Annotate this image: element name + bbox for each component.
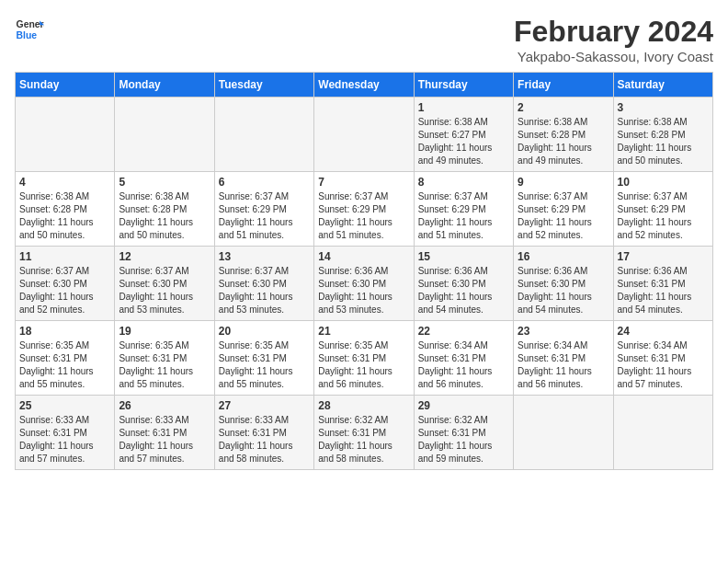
day-number: 20 (219, 325, 310, 338)
day-info: Sunrise: 6:36 AMSunset: 6:30 PMDaylight:… (318, 265, 409, 316)
day-info: Sunrise: 6:34 AMSunset: 6:31 PMDaylight:… (618, 339, 709, 391)
day-info: Sunrise: 6:38 AMSunset: 6:27 PMDaylight:… (418, 116, 509, 167)
day-number: 17 (618, 250, 709, 263)
calendar-cell: 10Sunrise: 6:37 AMSunset: 6:29 PMDayligh… (613, 172, 712, 247)
day-info: Sunrise: 6:33 AMSunset: 6:31 PMDaylight:… (119, 414, 210, 465)
calendar-week-row: 18Sunrise: 6:35 AMSunset: 6:31 PMDayligh… (16, 321, 713, 396)
calendar-cell (314, 98, 414, 172)
calendar-cell: 12Sunrise: 6:37 AMSunset: 6:30 PMDayligh… (115, 247, 214, 321)
calendar-cell: 26Sunrise: 6:33 AMSunset: 6:31 PMDayligh… (115, 396, 214, 470)
day-info: Sunrise: 6:35 AMSunset: 6:31 PMDaylight:… (19, 339, 110, 391)
logo: General Blue (15, 15, 44, 44)
calendar-cell (115, 98, 214, 172)
day-info: Sunrise: 6:37 AMSunset: 6:29 PMDaylight:… (518, 190, 609, 242)
day-number: 9 (518, 176, 609, 189)
weekday-label: Thursday (414, 73, 513, 98)
day-info: Sunrise: 6:36 AMSunset: 6:30 PMDaylight:… (418, 265, 509, 316)
day-info: Sunrise: 6:35 AMSunset: 6:31 PMDaylight:… (119, 339, 210, 391)
day-info: Sunrise: 6:38 AMSunset: 6:28 PMDaylight:… (518, 116, 609, 167)
day-info: Sunrise: 6:37 AMSunset: 6:29 PMDaylight:… (318, 190, 409, 242)
weekday-label: Tuesday (214, 73, 313, 98)
day-info: Sunrise: 6:38 AMSunset: 6:28 PMDaylight:… (119, 190, 210, 242)
calendar-cell: 28Sunrise: 6:32 AMSunset: 6:31 PMDayligh… (314, 396, 414, 470)
day-number: 5 (119, 176, 210, 189)
weekday-label: Sunday (16, 73, 115, 98)
day-info: Sunrise: 6:35 AMSunset: 6:31 PMDaylight:… (219, 339, 310, 391)
day-number: 3 (618, 101, 709, 114)
day-info: Sunrise: 6:34 AMSunset: 6:31 PMDaylight:… (518, 339, 609, 391)
day-info: Sunrise: 6:37 AMSunset: 6:29 PMDaylight:… (618, 190, 709, 242)
calendar-cell: 16Sunrise: 6:36 AMSunset: 6:30 PMDayligh… (514, 247, 613, 321)
calendar-cell: 15Sunrise: 6:36 AMSunset: 6:30 PMDayligh… (414, 247, 513, 321)
header: General Blue February 2024 Yakpabo-Sakas… (15, 15, 713, 64)
calendar-cell: 21Sunrise: 6:35 AMSunset: 6:31 PMDayligh… (314, 321, 414, 396)
weekday-label: Saturday (613, 73, 712, 98)
day-info: Sunrise: 6:37 AMSunset: 6:30 PMDaylight:… (19, 265, 110, 316)
calendar-cell (214, 98, 313, 172)
calendar-cell: 8Sunrise: 6:37 AMSunset: 6:29 PMDaylight… (414, 172, 513, 247)
calendar-cell: 17Sunrise: 6:36 AMSunset: 6:31 PMDayligh… (613, 247, 712, 321)
calendar-body: 1Sunrise: 6:38 AMSunset: 6:27 PMDaylight… (16, 98, 713, 470)
calendar-cell: 14Sunrise: 6:36 AMSunset: 6:30 PMDayligh… (314, 247, 414, 321)
day-number: 2 (518, 101, 609, 114)
day-number: 26 (119, 399, 210, 412)
day-info: Sunrise: 6:37 AMSunset: 6:29 PMDaylight:… (219, 190, 310, 242)
weekday-label: Monday (115, 73, 214, 98)
calendar-cell: 20Sunrise: 6:35 AMSunset: 6:31 PMDayligh… (214, 321, 313, 396)
calendar-cell: 4Sunrise: 6:38 AMSunset: 6:28 PMDaylight… (16, 172, 115, 247)
logo-icon: General Blue (15, 15, 44, 44)
calendar-cell: 11Sunrise: 6:37 AMSunset: 6:30 PMDayligh… (16, 247, 115, 321)
day-info: Sunrise: 6:33 AMSunset: 6:31 PMDaylight:… (219, 414, 310, 465)
day-info: Sunrise: 6:36 AMSunset: 6:31 PMDaylight:… (618, 265, 709, 316)
calendar-cell: 9Sunrise: 6:37 AMSunset: 6:29 PMDaylight… (514, 172, 613, 247)
calendar-cell: 19Sunrise: 6:35 AMSunset: 6:31 PMDayligh… (115, 321, 214, 396)
calendar-cell (514, 396, 613, 470)
day-number: 4 (19, 176, 110, 189)
day-number: 24 (618, 325, 709, 338)
calendar-cell: 7Sunrise: 6:37 AMSunset: 6:29 PMDaylight… (314, 172, 414, 247)
day-number: 6 (219, 176, 310, 189)
calendar-cell: 6Sunrise: 6:37 AMSunset: 6:29 PMDaylight… (214, 172, 313, 247)
day-number: 16 (518, 250, 609, 263)
day-number: 14 (318, 250, 409, 263)
weekday-label: Friday (514, 73, 613, 98)
calendar-cell: 1Sunrise: 6:38 AMSunset: 6:27 PMDaylight… (414, 98, 513, 172)
day-info: Sunrise: 6:38 AMSunset: 6:28 PMDaylight:… (618, 116, 709, 167)
calendar-cell: 29Sunrise: 6:32 AMSunset: 6:31 PMDayligh… (414, 396, 513, 470)
calendar-cell: 23Sunrise: 6:34 AMSunset: 6:31 PMDayligh… (514, 321, 613, 396)
calendar-cell: 25Sunrise: 6:33 AMSunset: 6:31 PMDayligh… (16, 396, 115, 470)
day-info: Sunrise: 6:37 AMSunset: 6:30 PMDaylight:… (219, 265, 310, 316)
day-number: 11 (19, 250, 110, 263)
calendar-cell: 2Sunrise: 6:38 AMSunset: 6:28 PMDaylight… (514, 98, 613, 172)
day-info: Sunrise: 6:36 AMSunset: 6:30 PMDaylight:… (518, 265, 609, 316)
day-number: 29 (418, 399, 509, 412)
day-number: 22 (418, 325, 509, 338)
day-number: 10 (618, 176, 709, 189)
day-number: 15 (418, 250, 509, 263)
day-info: Sunrise: 6:37 AMSunset: 6:29 PMDaylight:… (418, 190, 509, 242)
day-info: Sunrise: 6:35 AMSunset: 6:31 PMDaylight:… (318, 339, 409, 391)
day-info: Sunrise: 6:37 AMSunset: 6:30 PMDaylight:… (119, 265, 210, 316)
day-number: 23 (518, 325, 609, 338)
svg-text:Blue: Blue (17, 30, 38, 40)
page-subtitle: Yakpabo-Sakassou, Ivory Coast (514, 49, 713, 64)
calendar-cell: 5Sunrise: 6:38 AMSunset: 6:28 PMDaylight… (115, 172, 214, 247)
day-number: 27 (219, 399, 310, 412)
day-info: Sunrise: 6:32 AMSunset: 6:31 PMDaylight:… (418, 414, 509, 465)
day-number: 7 (318, 176, 409, 189)
calendar-week-row: 25Sunrise: 6:33 AMSunset: 6:31 PMDayligh… (16, 396, 713, 470)
calendar-week-row: 11Sunrise: 6:37 AMSunset: 6:30 PMDayligh… (16, 247, 713, 321)
day-number: 12 (119, 250, 210, 263)
title-area: February 2024 Yakpabo-Sakassou, Ivory Co… (514, 15, 713, 64)
calendar-table: SundayMondayTuesdayWednesdayThursdayFrid… (15, 72, 713, 470)
day-number: 8 (418, 176, 509, 189)
day-number: 1 (418, 101, 509, 114)
day-number: 21 (318, 325, 409, 338)
calendar-week-row: 1Sunrise: 6:38 AMSunset: 6:27 PMDaylight… (16, 98, 713, 172)
day-number: 19 (119, 325, 210, 338)
day-info: Sunrise: 6:33 AMSunset: 6:31 PMDaylight:… (19, 414, 110, 465)
day-info: Sunrise: 6:38 AMSunset: 6:28 PMDaylight:… (19, 190, 110, 242)
day-number: 13 (219, 250, 310, 263)
calendar-cell: 3Sunrise: 6:38 AMSunset: 6:28 PMDaylight… (613, 98, 712, 172)
calendar-header: SundayMondayTuesdayWednesdayThursdayFrid… (16, 73, 713, 98)
